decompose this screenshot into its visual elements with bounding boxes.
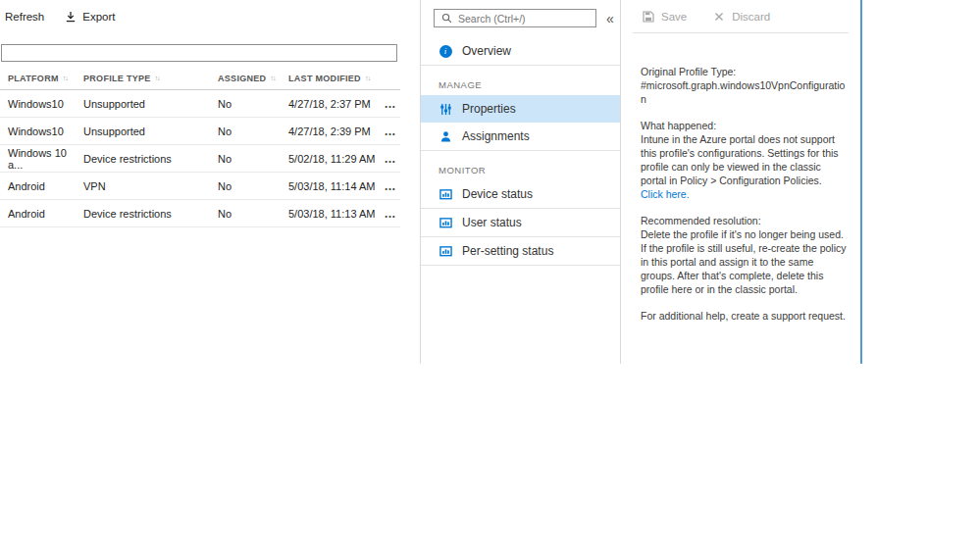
cell-platform: Windows 10 a... <box>8 147 83 171</box>
person-icon <box>438 129 452 143</box>
cell-profile-type: VPN <box>83 180 218 192</box>
sort-icon: ↑↓ <box>63 75 68 81</box>
cell-profile-type: Unsupported <box>83 125 218 137</box>
export-button[interactable]: Export <box>64 10 115 24</box>
cell-assigned: No <box>218 180 288 192</box>
cell-assigned: No <box>218 125 288 137</box>
status-chart-icon <box>438 244 452 258</box>
row-context-menu-icon[interactable]: … <box>385 125 397 138</box>
collapse-menu-button[interactable]: « <box>604 12 616 25</box>
original-profile-type-block: Original Profile Type: #microsoft.graph.… <box>641 65 849 106</box>
cell-last-modified: 5/03/18, 11:14 AM <box>288 180 381 192</box>
row-context-menu-icon[interactable]: … <box>385 152 397 166</box>
sort-icon: ↑↓ <box>155 75 160 81</box>
filter-input[interactable] <box>1 44 397 62</box>
download-icon <box>64 10 77 24</box>
what-happened-text: Intune in the Azure portal does not supp… <box>641 132 849 187</box>
cell-profile-type: Unsupported <box>83 98 218 110</box>
cell-assigned: No <box>218 153 288 165</box>
menu-item-properties[interactable]: Properties <box>421 95 620 123</box>
menu-item-user-status[interactable]: User status <box>421 209 620 236</box>
original-profile-type-value: #microsoft.graph.windows10VpnConfigurati… <box>641 78 849 106</box>
column-header-assigned[interactable]: ASSIGNED ↑↓ <box>218 74 288 83</box>
menu-item-device-status[interactable]: Device status <box>421 180 620 208</box>
row-context-menu-icon[interactable]: … <box>385 97 397 111</box>
properties-sliders-icon <box>438 102 452 116</box>
additional-help-block: For additional help, create a support re… <box>641 309 849 323</box>
cell-last-modified: 4/27/18, 2:39 PM <box>288 125 381 137</box>
table-row[interactable]: Android Device restrictions No 5/03/18, … <box>0 200 400 227</box>
cell-assigned: No <box>218 98 288 110</box>
menu-search-row: « <box>421 0 620 27</box>
profile-list-panel: Refresh Export PLATFORM ↑↓ PROFILE TYPE … <box>0 0 412 364</box>
cell-profile-type: Device restrictions <box>83 153 218 165</box>
row-context-menu-icon[interactable]: … <box>385 207 397 221</box>
additional-help-text: For additional help, create a support re… <box>641 309 849 323</box>
export-button-label: Export <box>82 11 115 23</box>
table-header-row: PLATFORM ↑↓ PROFILE TYPE ↑↓ ASSIGNED ↑↓ … <box>0 67 400 90</box>
recommended-resolution-text: Delete the profile if it's no longer bei… <box>641 227 849 296</box>
search-icon <box>439 12 453 25</box>
divider <box>421 150 620 151</box>
table-row[interactable]: Android VPN No 5/03/18, 11:14 AM … <box>0 173 400 200</box>
table-row[interactable]: Windows10 Unsupported No 4/27/18, 2:37 P… <box>0 90 400 118</box>
status-chart-icon <box>438 216 452 229</box>
intune-profiles-screen: Refresh Export PLATFORM ↑↓ PROFILE TYPE … <box>0 0 980 551</box>
cell-last-modified: 5/02/18, 11:29 AM <box>288 153 381 165</box>
sort-icon: ↑↓ <box>365 75 370 81</box>
refresh-button[interactable]: Refresh <box>5 11 44 23</box>
menu-item-per-setting-status[interactable]: Per-setting status <box>421 237 620 265</box>
what-happened-label: What happened: <box>641 119 849 132</box>
status-chart-icon <box>438 187 452 201</box>
profile-menu-panel: « i Overview MANAGE Properties Assignmen… <box>420 0 621 364</box>
cell-profile-type: Device restrictions <box>83 208 218 220</box>
column-header-platform[interactable]: PLATFORM ↑↓ <box>8 74 83 83</box>
profiles-table: PLATFORM ↑↓ PROFILE TYPE ↑↓ ASSIGNED ↑↓ … <box>0 67 400 227</box>
list-toolbar: Refresh Export <box>0 0 412 33</box>
detail-content: Original Profile Type: #microsoft.graph.… <box>621 33 860 323</box>
section-header-manage: MANAGE <box>438 79 620 90</box>
cell-platform: Windows10 <box>8 125 83 137</box>
table-row[interactable]: Windows 10 a... Device restrictions No 5… <box>0 145 400 173</box>
detail-toolbar: Save Discard <box>621 0 860 32</box>
divider <box>421 265 620 266</box>
cell-platform: Windows10 <box>8 98 83 110</box>
what-happened-block: What happened: Intune in the Azure porta… <box>641 119 849 201</box>
search-input[interactable] <box>458 13 591 25</box>
column-header-last-modified[interactable]: LAST MODIFIED ↑↓ <box>288 74 381 83</box>
menu-item-overview[interactable]: i Overview <box>421 37 620 65</box>
save-button[interactable]: Save <box>642 10 687 24</box>
properties-detail-panel: Save Discard Original Profile Type: #mic… <box>621 0 862 364</box>
click-here-link[interactable]: Click here. <box>641 187 849 201</box>
recommended-resolution-label: Recommended resolution: <box>641 214 849 227</box>
section-header-monitor: MONITOR <box>438 165 620 175</box>
menu-search-box <box>434 9 596 27</box>
recommended-resolution-block: Recommended resolution: Delete the profi… <box>641 214 849 296</box>
discard-x-icon <box>712 10 726 24</box>
cell-last-modified: 4/27/18, 2:37 PM <box>288 98 381 110</box>
info-icon: i <box>438 44 452 58</box>
cell-platform: Android <box>8 180 83 192</box>
discard-button[interactable]: Discard <box>712 10 770 24</box>
sort-icon: ↑↓ <box>270 75 275 81</box>
cell-assigned: No <box>218 208 288 220</box>
row-context-menu-icon[interactable]: … <box>385 179 397 193</box>
column-header-profile-type[interactable]: PROFILE TYPE ↑↓ <box>83 74 218 83</box>
menu-item-assignments[interactable]: Assignments <box>421 123 620 150</box>
table-row[interactable]: Windows10 Unsupported No 4/27/18, 2:39 P… <box>0 118 400 145</box>
refresh-button-label: Refresh <box>5 11 44 23</box>
divider <box>421 65 620 66</box>
original-profile-type-label: Original Profile Type: <box>641 65 849 78</box>
save-floppy-icon <box>642 10 655 24</box>
cell-last-modified: 5/03/18, 11:13 AM <box>288 208 381 220</box>
cell-platform: Android <box>8 208 83 220</box>
